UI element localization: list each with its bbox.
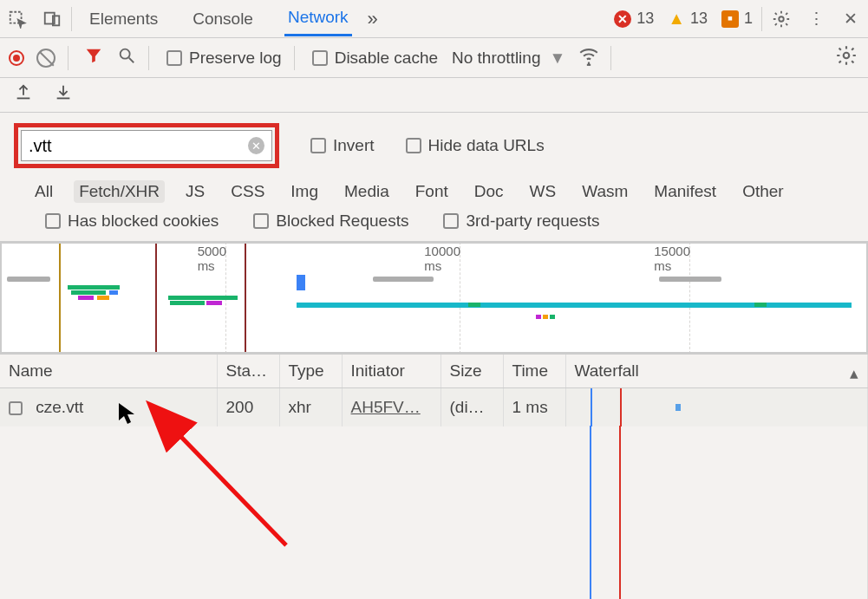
close-icon[interactable]: ✕ xyxy=(833,2,868,36)
network-overview[interactable]: 5000 ms 10000 ms 15000 ms xyxy=(0,242,868,355)
filter-input-container[interactable]: ✕ xyxy=(21,130,272,161)
overview-bar xyxy=(543,315,548,319)
col-status[interactable]: Sta… xyxy=(217,355,279,388)
col-initiator[interactable]: Initiator xyxy=(342,355,441,388)
device-toolbar-icon[interactable] xyxy=(35,2,69,36)
filter-highlight-box: ✕ xyxy=(14,123,279,168)
col-time[interactable]: Time xyxy=(503,355,565,388)
sort-asc-icon: ▴ xyxy=(850,363,858,383)
chevron-down-icon: ▼ xyxy=(549,49,565,68)
overview-bar xyxy=(206,301,222,305)
chip-fetch-xhr[interactable]: Fetch/XHR xyxy=(74,180,165,203)
overview-bar xyxy=(754,303,767,307)
network-conditions-icon[interactable] xyxy=(578,44,600,71)
request-name: cze.vtt xyxy=(36,398,83,416)
tick: 10000 ms xyxy=(460,242,460,354)
inspect-element-icon[interactable] xyxy=(0,2,35,36)
col-waterfall[interactable]: Waterfall▴ xyxy=(565,355,868,388)
col-name[interactable]: Name xyxy=(0,355,217,388)
chip-css[interactable]: CSS xyxy=(225,180,270,203)
checkbox-icon xyxy=(312,50,328,66)
third-party-checkbox[interactable]: 3rd-party requests xyxy=(443,212,599,231)
hide-data-urls-checkbox[interactable]: Hide data URLs xyxy=(406,136,545,155)
table-row[interactable]: cze.vtt 200 xhr AH5FV… (di… 1 ms xyxy=(0,388,868,426)
blocked-requests-checkbox[interactable]: Blocked Requests xyxy=(253,212,408,231)
blocked-cookies-label: Has blocked cookies xyxy=(68,212,219,231)
table-header-row: Name Sta… Type Initiator Size Time Water… xyxy=(0,355,868,388)
overview-bar xyxy=(68,285,120,290)
resource-type-chips: All Fetch/XHR JS CSS Img Media Font Doc … xyxy=(0,173,868,208)
chip-manifest[interactable]: Manifest xyxy=(649,180,721,203)
filter-icon[interactable] xyxy=(84,46,103,69)
overview-track xyxy=(7,277,50,282)
marker-line xyxy=(245,242,246,354)
disable-cache-checkbox[interactable]: Disable cache xyxy=(312,49,438,68)
overview-bar xyxy=(536,315,541,319)
blocked-cookies-checkbox[interactable]: Has blocked cookies xyxy=(45,212,219,231)
checkbox-icon xyxy=(166,50,182,66)
chip-doc[interactable]: Doc xyxy=(469,180,509,203)
network-settings-gear-icon[interactable] xyxy=(835,44,858,71)
chip-ws[interactable]: WS xyxy=(525,180,562,203)
empty-area xyxy=(0,426,868,600)
wf-dom-line xyxy=(590,426,591,600)
search-icon[interactable] xyxy=(117,46,136,69)
warning-count: 13 xyxy=(690,10,708,28)
overview-bar xyxy=(550,315,555,319)
overview-bar xyxy=(297,303,852,308)
cell-type: xhr xyxy=(279,388,342,426)
issues-badge[interactable]: ▪ 1 xyxy=(715,10,760,28)
kebab-menu-icon[interactable]: ⋮ xyxy=(799,2,833,36)
svg-point-6 xyxy=(844,53,850,59)
more-tabs-button[interactable]: » xyxy=(368,8,375,30)
overview-bar xyxy=(297,275,305,290)
error-badge[interactable]: ✕ 13 xyxy=(607,10,661,28)
cell-time: 1 ms xyxy=(503,388,565,426)
load-event-line xyxy=(155,242,157,354)
tab-console[interactable]: Console xyxy=(189,3,257,36)
col-size[interactable]: Size xyxy=(441,355,503,388)
issues-count: 1 xyxy=(744,10,753,28)
chip-media[interactable]: Media xyxy=(339,180,395,203)
checkbox-icon xyxy=(310,138,326,153)
overview-bar xyxy=(168,296,238,300)
cell-waterfall xyxy=(565,388,868,426)
wf-load-line xyxy=(620,388,622,426)
overview-bar xyxy=(71,290,106,295)
initiator-link[interactable]: AH5FV… xyxy=(351,398,421,416)
invert-label: Invert xyxy=(333,136,375,155)
row-checkbox[interactable] xyxy=(9,401,23,415)
import-har-icon[interactable] xyxy=(54,83,73,107)
chip-wasm[interactable]: Wasm xyxy=(577,180,633,203)
wf-request-bar xyxy=(675,404,681,411)
tab-elements[interactable]: Elements xyxy=(86,3,161,36)
settings-gear-icon[interactable] xyxy=(764,2,799,36)
third-party-label: 3rd-party requests xyxy=(466,212,599,231)
warning-badge[interactable]: ▲ 13 xyxy=(661,9,715,29)
chip-js[interactable]: JS xyxy=(180,180,210,203)
chip-font[interactable]: Font xyxy=(410,180,454,203)
svg-point-3 xyxy=(779,16,784,22)
throttling-dropdown[interactable]: No throttling ▼ xyxy=(452,49,565,68)
dom-content-loaded-line xyxy=(59,242,61,354)
divider xyxy=(148,46,149,70)
panel-tabs: Elements Console Network xyxy=(86,1,352,36)
extra-filter-row: Has blocked cookies Blocked Requests 3rd… xyxy=(0,208,868,242)
clear-filter-icon[interactable]: ✕ xyxy=(248,137,264,154)
divider xyxy=(294,46,295,70)
invert-checkbox[interactable]: Invert xyxy=(310,136,375,155)
cell-name: cze.vtt xyxy=(0,388,217,426)
tab-network[interactable]: Network xyxy=(284,1,352,36)
chip-img[interactable]: Img xyxy=(285,180,323,203)
overview-track xyxy=(373,277,434,282)
clear-button[interactable] xyxy=(36,49,55,68)
chip-all[interactable]: All xyxy=(29,180,58,203)
preserve-log-checkbox[interactable]: Preserve log xyxy=(166,49,282,68)
export-har-icon[interactable] xyxy=(14,83,33,107)
overview-bar xyxy=(109,290,118,295)
tick: 15000 ms xyxy=(689,242,690,354)
filter-input[interactable] xyxy=(29,136,248,156)
col-type[interactable]: Type xyxy=(279,355,342,388)
chip-other[interactable]: Other xyxy=(737,180,789,203)
record-button[interactable] xyxy=(9,50,24,66)
